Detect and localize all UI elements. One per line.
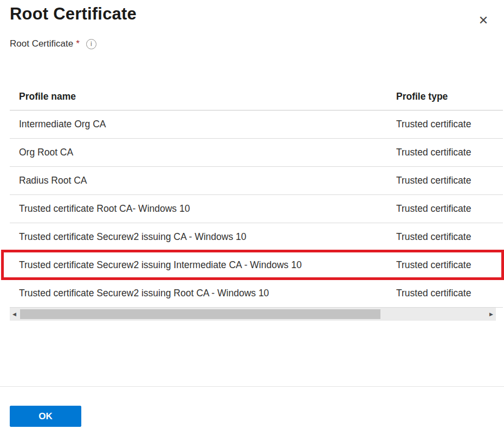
page-title: Root Certificate (10, 4, 504, 24)
root-certificate-dialog: Root Certificate ✕ Root Certificate * i … (0, 4, 504, 429)
profile-type-cell: Trusted certificate (396, 147, 503, 158)
profile-name-cell: Trusted certificate Root CA- Windows 10 (19, 203, 396, 214)
profile-type-cell: Trusted certificate (396, 175, 503, 186)
required-asterisk: * (76, 38, 80, 49)
profile-name-cell: Trusted certificate Securew2 issuing CA … (19, 231, 396, 243)
close-glyph: ✕ (479, 15, 488, 27)
table-row[interactable]: Trusted certificate Securew2 issuing Roo… (10, 280, 503, 308)
column-header-profile-name: Profile name (19, 91, 396, 102)
table-row[interactable]: Org Root CA Trusted certificate (10, 139, 503, 167)
ok-button[interactable]: OK (10, 406, 81, 427)
profile-type-cell: Trusted certificate (396, 259, 503, 271)
profile-name-cell: Intermediate Org CA (19, 119, 396, 130)
profile-name-cell: Radius Root CA (19, 175, 396, 186)
footer-divider (0, 386, 504, 387)
profile-name-cell: Org Root CA (19, 147, 396, 158)
scroll-right-icon[interactable]: ▶ (487, 308, 496, 321)
info-icon[interactable]: i (86, 39, 96, 49)
field-label: Root Certificate (10, 38, 73, 49)
table-row[interactable]: Radius Root CA Trusted certificate (10, 167, 503, 195)
profile-type-cell: Trusted certificate (396, 288, 503, 299)
table-row[interactable]: Intermediate Org CA Trusted certificate (10, 110, 503, 139)
table-row-highlighted[interactable]: Trusted certificate Securew2 issuing Int… (10, 251, 503, 280)
scrollbar-thumb[interactable] (20, 309, 380, 319)
column-header-profile-type: Profile type (396, 91, 503, 102)
table-row[interactable]: Trusted certificate Root CA- Windows 10 … (10, 195, 503, 223)
scrollbar-track[interactable] (19, 308, 487, 321)
profile-type-cell: Trusted certificate (396, 231, 503, 243)
table-row[interactable]: Trusted certificate Securew2 issuing CA … (10, 223, 503, 251)
field-label-row: Root Certificate * i (10, 38, 504, 49)
profile-table: Profile name Profile type Intermediate O… (10, 83, 503, 308)
profile-name-cell: Trusted certificate Securew2 issuing Int… (19, 259, 396, 271)
profile-type-cell: Trusted certificate (396, 203, 503, 214)
close-icon[interactable]: ✕ (476, 13, 491, 28)
table-header-row: Profile name Profile type (10, 83, 503, 110)
profile-type-cell: Trusted certificate (396, 119, 503, 130)
profile-name-cell: Trusted certificate Securew2 issuing Roo… (19, 288, 396, 299)
horizontal-scrollbar[interactable]: ◀ ▶ (10, 308, 496, 321)
scroll-left-icon[interactable]: ◀ (10, 308, 19, 321)
